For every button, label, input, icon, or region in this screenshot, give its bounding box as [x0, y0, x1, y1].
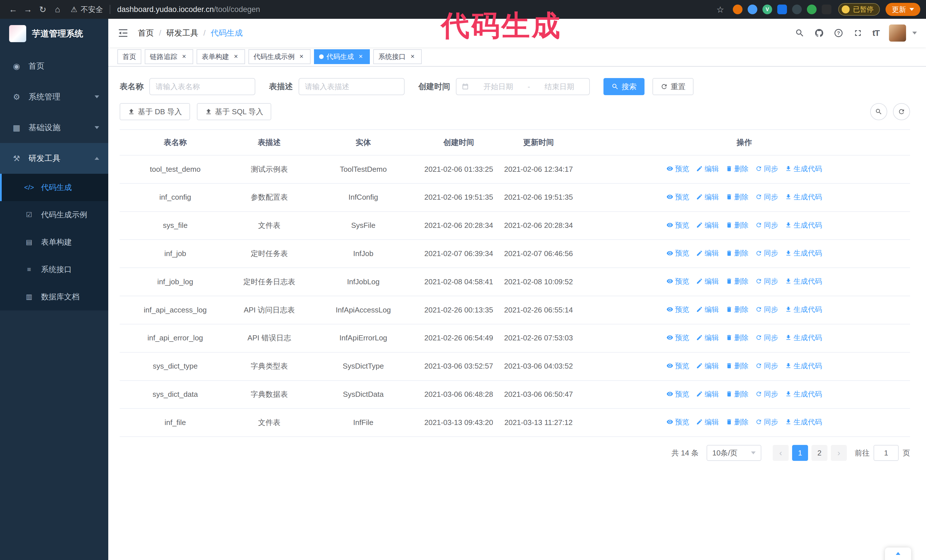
browser-reload-icon[interactable]: ↻ [35, 2, 50, 17]
next-page-button[interactable]: › [831, 445, 847, 461]
app-logo[interactable]: 芋道管理系统 [0, 19, 108, 48]
breadcrumb-link[interactable]: 首页 [138, 28, 154, 38]
sidebar-collapse-icon[interactable] [117, 27, 129, 39]
leaf-extension-icon[interactable] [807, 5, 817, 14]
delete-link[interactable]: 删除 [726, 417, 749, 427]
generate-code-link[interactable]: 生成代码 [785, 417, 822, 427]
bookmark-star-icon[interactable]: ☆ [713, 2, 728, 17]
preview-link[interactable]: 预览 [666, 304, 689, 314]
lighthouse-extension-icon[interactable] [733, 5, 743, 14]
browser-forward-icon[interactable]: → [21, 2, 35, 17]
page-size-select[interactable]: 10条/页 [707, 445, 761, 461]
search-button[interactable]: 搜索 [604, 78, 645, 95]
dark-extension-icon[interactable] [792, 5, 802, 14]
generate-code-link[interactable]: 生成代码 [785, 304, 822, 314]
preview-link[interactable]: 预览 [666, 163, 689, 174]
tab-close-icon[interactable]: × [232, 53, 240, 61]
sidebar-item[interactable]: ☑代码生成示例 [0, 201, 108, 228]
sync-link[interactable]: 同步 [755, 361, 778, 371]
search-icon[interactable] [795, 28, 805, 38]
sidebar-item[interactable]: ≡系统接口 [0, 256, 108, 283]
preview-link[interactable]: 预览 [666, 332, 689, 343]
fullscreen-icon[interactable] [853, 28, 863, 38]
edit-link[interactable]: 编辑 [696, 332, 719, 343]
edit-link[interactable]: 编辑 [696, 389, 719, 399]
preview-link[interactable]: 预览 [666, 220, 689, 230]
profile-paused-badge[interactable]: 已暂停 [838, 3, 880, 16]
edit-link[interactable]: 编辑 [696, 163, 719, 174]
sync-link[interactable]: 同步 [755, 220, 778, 230]
delete-link[interactable]: 删除 [726, 220, 749, 230]
vue-devtools-icon[interactable]: V [763, 5, 772, 14]
preview-link[interactable]: 预览 [666, 276, 689, 286]
github-icon[interactable] [814, 28, 824, 38]
generate-code-link[interactable]: 生成代码 [785, 248, 822, 258]
browser-back-icon[interactable]: ← [6, 2, 21, 17]
prev-page-button[interactable]: ‹ [773, 445, 789, 461]
tab-item[interactable]: 链路追踪× [145, 49, 193, 64]
sidebar-item[interactable]: ⚒研发工具 [0, 143, 108, 174]
table-name-input[interactable] [149, 78, 255, 95]
delete-link[interactable]: 删除 [726, 332, 749, 343]
sync-link[interactable]: 同步 [755, 248, 778, 258]
sidebar-item[interactable]: </>代码生成 [0, 174, 108, 201]
delete-link[interactable]: 删除 [726, 163, 749, 174]
extensions-puzzle-icon[interactable] [822, 5, 831, 14]
tab-item[interactable]: 系统接口× [373, 49, 422, 64]
generate-code-link[interactable]: 生成代码 [785, 276, 822, 286]
generate-code-link[interactable]: 生成代码 [785, 361, 822, 371]
generate-code-link[interactable]: 生成代码 [785, 220, 822, 230]
sync-link[interactable]: 同步 [755, 332, 778, 343]
font-size-icon[interactable]: tT [872, 28, 879, 38]
goto-page-input[interactable] [873, 445, 899, 461]
user-avatar[interactable] [889, 24, 906, 42]
sync-link[interactable]: 同步 [755, 417, 778, 427]
sidebar-item[interactable]: ▤表单构建 [0, 228, 108, 256]
generate-code-link[interactable]: 生成代码 [785, 163, 822, 174]
avatar-caret-icon[interactable] [912, 32, 917, 35]
delete-link[interactable]: 删除 [726, 361, 749, 371]
page-button-1[interactable]: 1 [792, 445, 808, 461]
generate-code-link[interactable]: 生成代码 [785, 192, 822, 202]
tab-close-icon[interactable]: × [357, 53, 365, 61]
url-bar[interactable]: dashboard.yudao.iocoder.cn/tool/codegen [117, 5, 260, 14]
refresh-table-button[interactable] [893, 103, 910, 120]
tab-item[interactable]: 代码生成示例× [248, 49, 310, 64]
edit-link[interactable]: 编辑 [696, 192, 719, 202]
delete-link[interactable]: 删除 [726, 248, 749, 258]
edit-link[interactable]: 编辑 [696, 276, 719, 286]
table-desc-input[interactable] [299, 78, 405, 95]
import-sql-button[interactable]: 基于 SQL 导入 [197, 103, 272, 120]
preview-link[interactable]: 预览 [666, 248, 689, 258]
browser-home-icon[interactable]: ⌂ [50, 2, 65, 17]
sync-link[interactable]: 同步 [755, 163, 778, 174]
sidebar-item[interactable]: ▦基础设施 [0, 112, 108, 143]
edit-link[interactable]: 编辑 [696, 361, 719, 371]
help-icon[interactable]: ? [834, 28, 843, 38]
tab-close-icon[interactable]: × [298, 53, 306, 61]
delete-link[interactable]: 删除 [726, 192, 749, 202]
sidebar-item[interactable]: ▥数据库文档 [0, 283, 108, 311]
tab-item[interactable]: 表单构建× [197, 49, 245, 64]
tab-item[interactable]: 首页 [117, 49, 141, 64]
page-button-2[interactable]: 2 [811, 445, 828, 461]
delete-link[interactable]: 删除 [726, 276, 749, 286]
import-db-button[interactable]: 基于 DB 导入 [120, 103, 190, 120]
tab-active[interactable]: 代码生成× [314, 49, 370, 64]
date-range-picker[interactable]: 开始日期 - 结束日期 [456, 78, 590, 95]
breadcrumb-link[interactable]: 研发工具 [166, 28, 198, 38]
sync-link[interactable]: 同步 [755, 389, 778, 399]
preview-link[interactable]: 预览 [666, 417, 689, 427]
back-to-top-button[interactable] [885, 548, 911, 560]
sidebar-item[interactable]: ⚙系统管理 [0, 82, 108, 112]
browser-update-button[interactable]: 更新 [885, 3, 920, 16]
drop-extension-icon[interactable] [747, 5, 757, 14]
generate-code-link[interactable]: 生成代码 [785, 332, 822, 343]
sync-link[interactable]: 同步 [755, 304, 778, 314]
edit-link[interactable]: 编辑 [696, 417, 719, 427]
generate-code-link[interactable]: 生成代码 [785, 389, 822, 399]
reset-button[interactable]: 重置 [652, 78, 693, 95]
edit-link[interactable]: 编辑 [696, 220, 719, 230]
delete-link[interactable]: 删除 [726, 304, 749, 314]
security-warning-chip[interactable]: ⚠ 不安全 [71, 5, 103, 15]
